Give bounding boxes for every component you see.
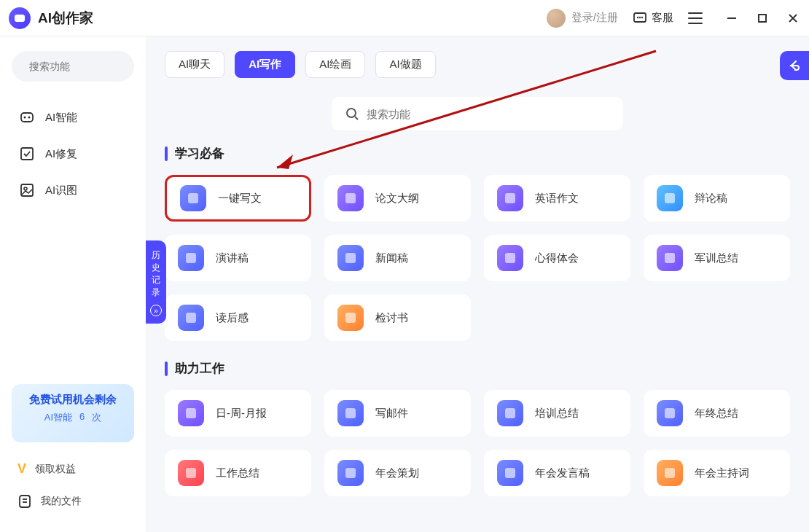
svg-rect-29 xyxy=(186,313,196,323)
card-label: 新闻稿 xyxy=(375,251,408,265)
svg-point-12 xyxy=(28,117,31,119)
template-card[interactable]: 年会发言稿 xyxy=(484,450,630,496)
svg-point-19 xyxy=(347,109,356,117)
svg-rect-33 xyxy=(505,408,515,418)
tab-AI绘画[interactable]: AI绘画 xyxy=(305,51,365,78)
svg-rect-23 xyxy=(505,193,515,203)
card-label: 心得体会 xyxy=(535,251,579,265)
template-card[interactable]: 军训总结 xyxy=(644,235,790,281)
svg-rect-31 xyxy=(186,408,196,418)
card-label: 演讲稿 xyxy=(216,251,249,265)
svg-rect-38 xyxy=(665,468,675,478)
template-card[interactable]: 检讨书 xyxy=(324,294,471,341)
tab-AI做题[interactable]: AI做题 xyxy=(375,51,435,78)
card-label: 一键写文 xyxy=(218,192,262,206)
template-card[interactable]: 论文大纲 xyxy=(324,175,471,222)
template-card[interactable]: 演讲稿 xyxy=(165,235,311,281)
file-icon xyxy=(17,494,32,509)
titlebar-right: 登录/注册 客服 xyxy=(547,9,800,28)
svg-rect-30 xyxy=(345,313,356,323)
card-label: 检讨书 xyxy=(375,311,408,325)
card-label: 读后感 xyxy=(216,311,249,325)
sidebar-search[interactable] xyxy=(12,51,134,82)
card-label: 年会主持词 xyxy=(695,466,749,480)
tabs: AI聊天AI写作AI绘画AI做题 xyxy=(165,51,790,78)
card-icon xyxy=(657,400,683,426)
template-card[interactable]: 培训总结 xyxy=(484,390,630,437)
template-card[interactable]: 年终总结 xyxy=(644,390,790,437)
tab-AI写作[interactable]: AI写作 xyxy=(235,51,295,78)
maximize-button[interactable] xyxy=(755,11,770,26)
card-icon xyxy=(657,460,683,486)
template-card[interactable]: 日-周-月报 xyxy=(165,390,311,437)
card-label: 工作总结 xyxy=(216,466,259,480)
template-card[interactable]: 工作总结 xyxy=(165,450,311,496)
card-icon xyxy=(497,185,523,211)
card-label: 年会策划 xyxy=(375,466,419,480)
login-link[interactable]: 登录/注册 xyxy=(547,9,618,28)
card-icon xyxy=(657,185,683,211)
sidebar-nav-item[interactable]: AI修复 xyxy=(12,136,134,172)
history-sidebar-tab[interactable]: 历史记录 » xyxy=(146,240,166,324)
svg-point-1 xyxy=(637,16,638,17)
svg-rect-28 xyxy=(665,253,675,263)
expand-icon: » xyxy=(150,305,162,316)
card-icon xyxy=(657,245,683,271)
back-button[interactable] xyxy=(780,51,809,80)
claim-rights-link[interactable]: V 领取权益 xyxy=(12,453,134,485)
card-label: 培训总结 xyxy=(535,407,579,420)
card-label: 军训总结 xyxy=(695,251,738,265)
template-card[interactable]: 一键写文 xyxy=(165,175,311,222)
template-card[interactable]: 心得体会 xyxy=(484,235,630,281)
svg-rect-37 xyxy=(505,468,515,478)
card-label: 日-周-月报 xyxy=(216,407,267,420)
app-title: AI创作家 xyxy=(38,9,93,28)
template-card[interactable]: 英语作文 xyxy=(484,175,630,222)
claim-rights-label: 领取权益 xyxy=(35,463,76,476)
card-icon xyxy=(178,460,204,486)
svg-rect-32 xyxy=(345,408,356,418)
template-card[interactable]: 辩论稿 xyxy=(644,175,790,222)
template-card[interactable]: 写邮件 xyxy=(324,390,471,437)
minimize-button[interactable] xyxy=(724,11,739,26)
main-search[interactable] xyxy=(332,97,623,130)
svg-rect-26 xyxy=(345,253,356,263)
svg-rect-5 xyxy=(759,15,766,22)
card-label: 年终总结 xyxy=(695,407,738,420)
svg-rect-25 xyxy=(186,253,196,263)
template-card[interactable]: 新闻稿 xyxy=(324,235,471,281)
avatar-icon xyxy=(547,9,566,28)
window-controls xyxy=(724,11,800,26)
nav-label: AI识图 xyxy=(45,184,77,197)
template-card[interactable]: 年会主持词 xyxy=(644,450,790,496)
sidebar-search-input[interactable] xyxy=(29,60,157,72)
svg-rect-24 xyxy=(665,193,675,203)
customer-service-button[interactable]: 客服 xyxy=(633,11,673,26)
nav-label: AI修复 xyxy=(45,147,77,161)
svg-rect-35 xyxy=(186,468,196,478)
svg-point-15 xyxy=(24,187,27,190)
card-label: 论文大纲 xyxy=(375,192,419,206)
card-icon xyxy=(180,185,206,211)
svg-point-11 xyxy=(24,117,26,119)
svg-rect-22 xyxy=(345,193,356,203)
menu-button[interactable] xyxy=(688,12,703,24)
sidebar-nav-item[interactable]: AI智能 xyxy=(12,99,134,136)
card-label: 年会发言稿 xyxy=(535,466,590,480)
trial-title: 免费试用机会剩余 xyxy=(20,393,125,407)
tab-AI聊天[interactable]: AI聊天 xyxy=(165,51,224,78)
chat-icon xyxy=(633,11,647,26)
trial-card[interactable]: 免费试用机会剩余 AI智能 6 次 xyxy=(12,384,134,442)
my-files-link[interactable]: 我的文件 xyxy=(12,485,134,517)
service-label: 客服 xyxy=(652,11,673,25)
card-icon xyxy=(497,400,523,426)
close-button[interactable] xyxy=(786,11,800,26)
template-card[interactable]: 年会策划 xyxy=(324,450,471,496)
search-icon xyxy=(345,106,359,121)
main-search-input[interactable] xyxy=(367,108,610,120)
svg-rect-13 xyxy=(21,148,33,160)
svg-rect-16 xyxy=(20,496,30,507)
template-card[interactable]: 读后感 xyxy=(165,294,311,341)
section-title: 助力工作 xyxy=(165,360,790,377)
sidebar-nav-item[interactable]: AI识图 xyxy=(12,172,134,208)
